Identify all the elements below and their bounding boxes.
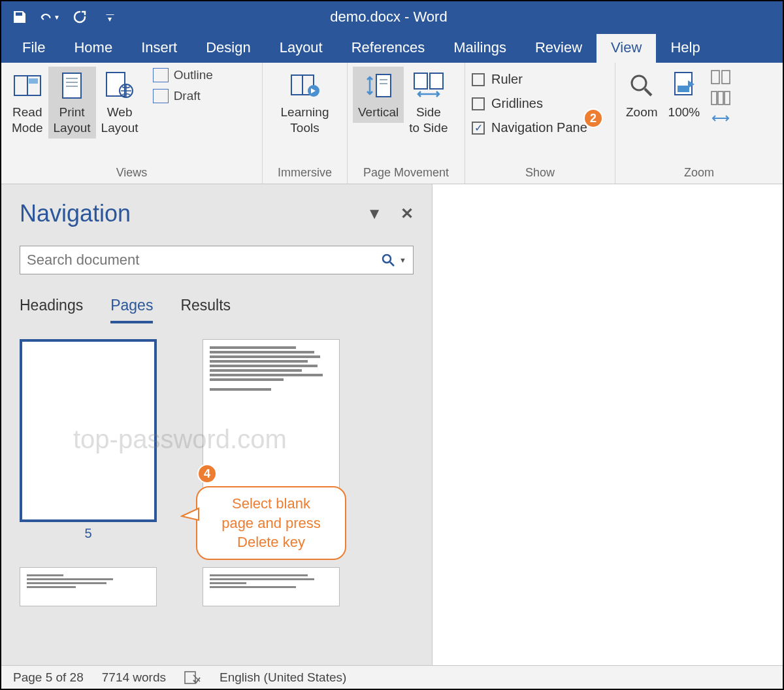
svg-rect-12 [376, 74, 391, 97]
ribbon: Read Mode Print Layout Web Layout Outlin… [1, 63, 783, 184]
callout-text: Select blank page and press Delete key [221, 495, 321, 550]
outline-icon [153, 68, 169, 82]
undo-icon [39, 10, 52, 24]
page-thumbnail-5[interactable] [20, 339, 157, 522]
nav-tab-headings[interactable]: Headings [20, 297, 83, 323]
read-mode-button[interactable]: Read Mode [7, 67, 48, 139]
group-show: Ruler Gridlines ✓Navigation Pane 2 Show [465, 63, 615, 184]
vertical-label: Vertical [358, 105, 399, 120]
page-width-icon[interactable] [710, 111, 731, 125]
svg-line-18 [645, 89, 651, 95]
tab-home[interactable]: Home [59, 34, 127, 63]
svg-point-17 [632, 76, 646, 90]
side-to-side-button[interactable]: Side to Side [404, 67, 453, 139]
save-button[interactable] [9, 7, 30, 27]
undo-button[interactable]: ▼ [39, 7, 60, 27]
web-layout-label: Web Layout [101, 105, 139, 136]
overline-caret-icon: —▾ [106, 12, 114, 22]
group-zoom: Zoom 100% Zoom [615, 63, 783, 184]
svg-rect-22 [722, 71, 730, 84]
gridlines-label: Gridlines [491, 96, 543, 111]
redo-icon [72, 9, 88, 25]
learning-tools-icon [289, 73, 320, 99]
window-title: demo.docx - Word [120, 8, 657, 25]
svg-rect-28 [185, 672, 195, 683]
proofing-icon[interactable] [184, 671, 201, 684]
group-page-movement-label: Page Movement [348, 163, 465, 184]
tab-design[interactable]: Design [191, 34, 265, 63]
tab-mailings[interactable]: Mailings [439, 34, 521, 63]
hundred-percent-button[interactable]: 100% [663, 67, 706, 123]
vertical-button[interactable]: Vertical [353, 67, 404, 123]
save-icon [12, 9, 27, 25]
svg-line-27 [390, 262, 394, 266]
status-words[interactable]: 7714 words [102, 670, 166, 685]
annotation-callout: Select blank page and press Delete key [196, 486, 346, 560]
qat-customize[interactable]: —▾ [99, 7, 120, 27]
status-language[interactable]: English (United States) [220, 670, 346, 685]
draft-button[interactable]: Draft [149, 88, 217, 105]
navigation-pane: Navigation ▼ ✕ top-password.com ▼ Headin… [1, 184, 433, 665]
learning-tools-label: Learning Tools [281, 105, 329, 136]
ruler-checkbox[interactable]: Ruler [470, 69, 524, 90]
status-page[interactable]: Page 5 of 28 [13, 670, 84, 685]
one-page-icon[interactable] [710, 69, 731, 86]
zoom-button[interactable]: Zoom [621, 67, 663, 123]
search-box[interactable]: ▼ [20, 246, 414, 274]
svg-rect-23 [711, 91, 717, 105]
side-to-side-icon [410, 72, 447, 99]
outline-button[interactable]: Outline [149, 67, 217, 84]
tab-layout[interactable]: Layout [265, 34, 337, 63]
multi-page-icon[interactable] [710, 90, 731, 107]
quick-access-toolbar: ▼ —▾ [9, 7, 120, 27]
svg-rect-15 [414, 73, 427, 89]
callout-tail-icon [180, 504, 200, 524]
annotation-badge-2: 2 [583, 108, 603, 128]
redo-button[interactable] [69, 7, 90, 27]
web-layout-icon [105, 71, 134, 100]
tab-file[interactable]: File [8, 34, 59, 63]
page-thumbnail-8[interactable] [203, 567, 340, 606]
ruler-label: Ruler [491, 72, 523, 87]
search-input[interactable] [27, 252, 381, 269]
tab-references[interactable]: References [337, 34, 440, 63]
svg-rect-20 [678, 86, 689, 92]
nav-close-icon[interactable]: ✕ [400, 205, 414, 223]
page-thumbnail-7[interactable] [20, 567, 157, 606]
page-number-5: 5 [84, 526, 91, 541]
nav-tab-results[interactable]: Results [180, 297, 231, 323]
read-mode-label: Read Mode [12, 105, 43, 136]
zoom-icon [629, 73, 655, 99]
group-immersive: Learning Tools Immersive [263, 63, 348, 184]
checkbox-icon [472, 73, 485, 86]
svg-rect-7 [106, 73, 125, 96]
zoom-label: Zoom [626, 105, 658, 120]
tab-help[interactable]: Help [656, 34, 714, 63]
nav-tab-pages[interactable]: Pages [110, 297, 153, 323]
title-bar: ▼ —▾ demo.docx - Word [1, 1, 783, 33]
side-to-side-label: Side to Side [409, 105, 448, 136]
web-layout-button[interactable]: Web Layout [96, 67, 144, 139]
status-bar: Page 5 of 28 7714 words English (United … [1, 665, 783, 689]
checkbox-checked-icon: ✓ [472, 122, 485, 135]
print-layout-button[interactable]: Print Layout [48, 67, 96, 139]
svg-rect-25 [725, 91, 730, 105]
tab-insert[interactable]: Insert [127, 34, 191, 63]
navigation-pane-label: Navigation Pane [491, 120, 587, 135]
dropdown-caret-icon: ▼ [399, 256, 406, 264]
document-area[interactable] [433, 184, 783, 665]
search-icon[interactable]: ▼ [381, 253, 406, 267]
tab-review[interactable]: Review [521, 34, 596, 63]
print-layout-label: Print Layout [54, 105, 91, 136]
nav-dropdown-icon[interactable]: ▼ [367, 205, 382, 223]
gridlines-checkbox[interactable]: Gridlines [470, 93, 544, 114]
group-page-movement: Vertical Side to Side Page Movement [348, 63, 465, 184]
navigation-pane-checkbox[interactable]: ✓Navigation Pane [470, 118, 589, 138]
hundred-percent-label: 100% [668, 105, 700, 120]
group-zoom-label: Zoom [615, 163, 783, 184]
group-views-label: Views [1, 163, 262, 184]
draft-label: Draft [174, 89, 201, 103]
learning-tools-button[interactable]: Learning Tools [276, 67, 335, 139]
navigation-title: Navigation [20, 200, 131, 227]
tab-view[interactable]: View [596, 34, 656, 63]
